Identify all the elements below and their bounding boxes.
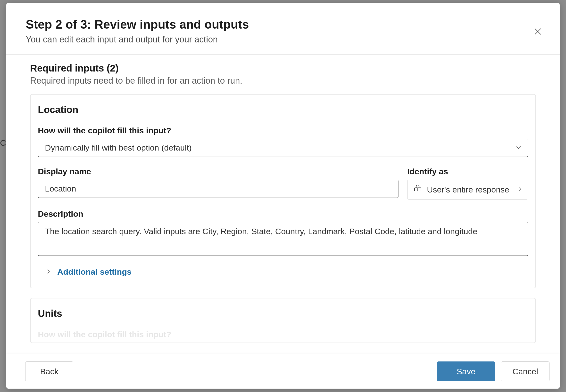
additional-settings-label: Additional settings — [57, 267, 132, 277]
display-name-input[interactable] — [38, 180, 399, 198]
fill-select-value: Dynamically fill with best option (defau… — [45, 143, 192, 153]
cancel-label: Cancel — [512, 367, 538, 376]
dialog-body: Required inputs (2) Required inputs need… — [6, 55, 560, 354]
identify-value: User's entire response — [427, 185, 513, 195]
cancel-button[interactable]: Cancel — [501, 362, 550, 381]
dialog: Step 2 of 3: Review inputs and outputs Y… — [6, 3, 560, 389]
input-card-units: Units How will the copilot fill this inp… — [30, 298, 536, 343]
close-button[interactable] — [531, 24, 545, 40]
fill-select-wrapper: Dynamically fill with best option (defau… — [38, 139, 528, 157]
display-identify-row: Display name Identify as — [38, 167, 528, 199]
display-name-label: Display name — [38, 167, 399, 176]
identify-label: Identify as — [407, 167, 528, 176]
required-inputs-section: Required inputs (2) Required inputs need… — [6, 63, 560, 94]
svg-rect-1 — [418, 188, 421, 191]
save-button[interactable]: Save — [437, 362, 495, 381]
header-text-group: Step 2 of 3: Review inputs and outputs Y… — [26, 17, 249, 45]
card-title-location: Location — [38, 104, 528, 115]
close-icon — [534, 33, 542, 37]
card-title-units: Units — [38, 308, 528, 319]
dialog-footer: Back Save Cancel — [6, 354, 560, 389]
save-label: Save — [457, 367, 476, 376]
chevron-right-icon — [45, 267, 51, 277]
required-inputs-subtext: Required inputs need to be filled in for… — [30, 76, 536, 86]
chevron-right-icon — [517, 185, 523, 195]
footer-right-group: Save Cancel — [437, 362, 550, 381]
required-inputs-heading: Required inputs (2) — [30, 63, 536, 74]
dialog-header: Step 2 of 3: Review inputs and outputs Y… — [6, 3, 560, 55]
display-name-col: Display name — [38, 167, 399, 199]
description-label: Description — [38, 209, 528, 219]
identify-col: Identify as User's entire response — [407, 167, 528, 199]
additional-settings-toggle[interactable]: Additional settings — [45, 267, 132, 277]
fill-select[interactable]: Dynamically fill with best option (defau… — [38, 139, 528, 157]
cards-container: Location How will the copilot fill this … — [6, 94, 560, 343]
identify-as-button[interactable]: User's entire response — [407, 180, 528, 199]
dialog-subtitle: You can edit each input and output for y… — [26, 34, 249, 45]
description-textarea[interactable] — [38, 222, 528, 256]
svg-rect-0 — [415, 188, 418, 191]
input-card-location: Location How will the copilot fill this … — [30, 94, 536, 288]
entity-icon — [413, 184, 423, 196]
back-button[interactable]: Back — [25, 362, 73, 381]
dialog-title: Step 2 of 3: Review inputs and outputs — [26, 17, 249, 31]
fill-label: How will the copilot fill this input? — [38, 126, 528, 135]
back-label: Back — [40, 367, 59, 376]
fill-label-units: How will the copilot fill this input? — [38, 330, 528, 339]
